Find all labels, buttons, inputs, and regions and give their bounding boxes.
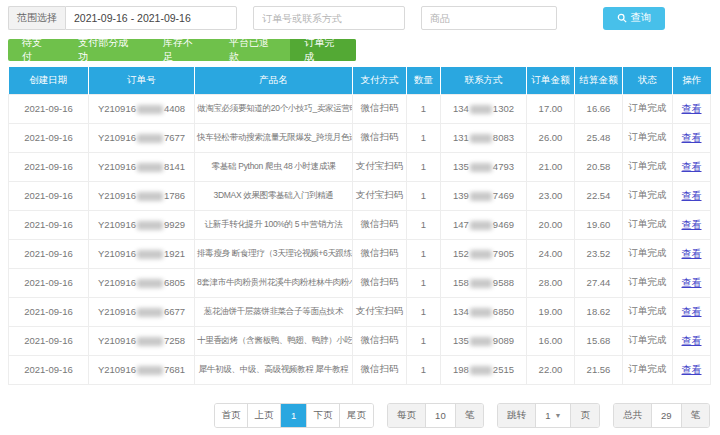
order-search-input[interactable]	[253, 6, 405, 30]
table-row: 2021-09-16 Y2109169929 让新手转化提升 100%的 5 中…	[9, 210, 711, 239]
censored-digits	[470, 221, 492, 230]
settle-amount-cell: 21.56	[575, 355, 623, 384]
pager: 首页 上页 1 下页 尾页	[214, 403, 374, 428]
view-order-link[interactable]: 查看	[682, 103, 702, 114]
contact-phone-cell: 1318083	[441, 123, 527, 152]
column-header: 数量	[407, 67, 441, 94]
order-status-tab-bar: 待支付支付部分成功库存不足平台已退款订单完成	[8, 39, 356, 61]
table-row: 2021-09-16 Y2109167681 犀牛初级、中级、高级视频教程 犀牛…	[9, 355, 711, 384]
column-header: 订单金额	[527, 67, 575, 94]
created-date-cell: 2021-09-16	[9, 94, 89, 123]
tab-pending[interactable]: 待支付	[8, 39, 64, 61]
censored-digits	[470, 279, 492, 288]
last-page-button[interactable]: 尾页	[340, 404, 373, 427]
action-cell: 查看	[673, 210, 711, 239]
quantity-cell: 1	[407, 297, 441, 326]
action-cell: 查看	[673, 94, 711, 123]
order-number-cell: Y2109167681	[89, 355, 195, 384]
payment-method-cell: 微信扫码	[353, 355, 407, 384]
censored-digits	[137, 366, 163, 375]
action-cell: 查看	[673, 326, 711, 355]
contact-phone-cell: 1589588	[441, 268, 527, 297]
status-cell: 订单完成	[623, 297, 673, 326]
quantity-cell: 1	[407, 123, 441, 152]
column-header: 创建日期	[9, 67, 89, 94]
jump-label: 跳转	[498, 404, 536, 427]
censored-digits	[470, 105, 492, 114]
quantity-cell: 1	[407, 355, 441, 384]
view-order-link[interactable]: 查看	[682, 306, 702, 317]
status-cell: 订单完成	[623, 152, 673, 181]
total-group: 总共 29 笔	[613, 403, 710, 428]
date-range-group: 范围选择	[8, 6, 237, 30]
view-order-link[interactable]: 查看	[682, 161, 702, 172]
table-row: 2021-09-16 Y2109166805 8套津市牛肉粉贵州花溪牛肉粉桂林牛…	[9, 268, 711, 297]
action-cell: 查看	[673, 355, 711, 384]
payment-method-cell: 支付宝扫码	[353, 152, 407, 181]
search-button[interactable]: 查询	[603, 7, 665, 30]
censored-digits	[470, 337, 492, 346]
quantity-cell: 1	[407, 181, 441, 210]
view-order-link[interactable]: 查看	[682, 132, 702, 143]
jump-page-select[interactable]: 1▼	[536, 404, 571, 427]
product-name-cell: 做淘宝必须要知道的20个小技巧_卖家运营电商论坛	[195, 94, 353, 123]
censored-digits	[470, 366, 492, 375]
order-amount-cell: 23.00	[527, 181, 575, 210]
order-number-cell: Y2109169929	[89, 210, 195, 239]
per-page-label: 每页	[388, 404, 426, 427]
tab-out-of-stock[interactable]: 库存不足	[149, 39, 215, 61]
payment-method-cell: 支付宝扫码	[353, 181, 407, 210]
table-header-row: 创建日期订单号产品名支付方式数量联系方式订单金额结算金额状态操作	[9, 67, 711, 94]
payment-method-cell: 微信扫码	[353, 268, 407, 297]
payment-method-cell: 支付宝扫码	[353, 297, 407, 326]
view-order-link[interactable]: 查看	[682, 190, 702, 201]
per-page-value[interactable]: 10	[426, 404, 456, 427]
total-value: 29	[652, 404, 682, 427]
settle-amount-cell: 20.58	[575, 152, 623, 181]
tab-partial-paid[interactable]: 支付部分成功	[64, 39, 149, 61]
order-amount-cell: 24.00	[527, 239, 575, 268]
product-search-input[interactable]	[421, 6, 557, 30]
view-order-link[interactable]: 查看	[682, 335, 702, 346]
first-page-button[interactable]: 首页	[215, 404, 248, 427]
settle-amount-cell: 27.44	[575, 268, 623, 297]
jump-group: 跳转 1▼ 页	[497, 403, 600, 428]
contact-phone-cell: 1397469	[441, 181, 527, 210]
payment-method-cell: 微信扫码	[353, 94, 407, 123]
order-number-cell: Y2109164408	[89, 94, 195, 123]
censored-digits	[137, 337, 163, 346]
view-order-link[interactable]: 查看	[682, 219, 702, 230]
current-page-button[interactable]: 1	[281, 404, 307, 427]
search-icon	[617, 13, 627, 23]
created-date-cell: 2021-09-16	[9, 355, 89, 384]
per-page-group: 每页 10 笔	[387, 403, 484, 428]
orders-table: 创建日期订单号产品名支付方式数量联系方式订单金额结算金额状态操作 2021-09…	[8, 67, 711, 385]
settle-amount-cell: 23.52	[575, 239, 623, 268]
tab-completed[interactable]: 订单完成	[290, 39, 356, 61]
table-row: 2021-09-16 Y2109167677 快车轻松带动搜索流量无限爆发_跨境…	[9, 123, 711, 152]
column-header: 操作	[673, 67, 711, 94]
product-name-cell: 零基础 Python 爬虫 48 小时速成课	[195, 152, 353, 181]
order-number-cell: Y2109161786	[89, 181, 195, 210]
action-cell: 查看	[673, 181, 711, 210]
censored-digits	[470, 250, 492, 259]
search-button-label: 查询	[631, 11, 652, 25]
quantity-cell: 1	[407, 94, 441, 123]
view-order-link[interactable]: 查看	[682, 364, 702, 375]
created-date-cell: 2021-09-16	[9, 123, 89, 152]
settle-amount-cell: 22.54	[575, 181, 623, 210]
date-range-input[interactable]	[65, 6, 237, 30]
table-row: 2021-09-16 Y2109164408 做淘宝必须要知道的20个小技巧_卖…	[9, 94, 711, 123]
created-date-cell: 2021-09-16	[9, 297, 89, 326]
status-cell: 订单完成	[623, 268, 673, 297]
product-name-cell: 排毒瘦身 断食理疗（3天理论视频+6天跟练音频）	[195, 239, 353, 268]
tab-refunded[interactable]: 平台已退款	[215, 39, 290, 61]
contact-phone-cell: 1527905	[441, 239, 527, 268]
view-order-link[interactable]: 查看	[682, 248, 702, 259]
view-order-link[interactable]: 查看	[682, 277, 702, 288]
quantity-cell: 1	[407, 239, 441, 268]
next-page-button[interactable]: 下页	[307, 404, 340, 427]
created-date-cell: 2021-09-16	[9, 181, 89, 210]
table-row: 2021-09-16 Y2109166677 葱花油饼千层蒸饼韭菜合子等面点技术…	[9, 297, 711, 326]
prev-page-button[interactable]: 上页	[248, 404, 281, 427]
